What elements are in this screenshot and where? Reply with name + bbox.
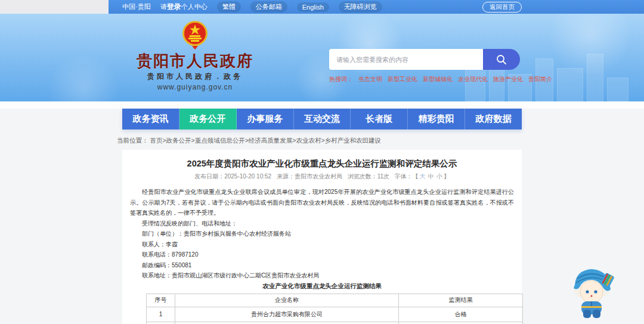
search-button[interactable] xyxy=(483,49,520,70)
hot-word-tourism[interactable]: 旅游产业化 xyxy=(493,75,523,84)
topbar-link-accessibility[interactable]: 无障碍浏览 xyxy=(339,1,382,13)
banner-nav-gap xyxy=(0,101,644,109)
cell-company: 贵州友禾种业有限公司 xyxy=(175,322,399,324)
table-row: 1 贵州合力超市采购有限公司 合格 xyxy=(147,307,523,322)
nav-tab-data[interactable]: 政府数据 xyxy=(465,109,522,129)
nav-tab-senior[interactable]: 长者版 xyxy=(351,109,408,129)
font-size-medium[interactable]: 中 xyxy=(428,173,434,180)
paragraph-postcode: 邮政编码：550081 xyxy=(130,260,514,271)
header-serial: 序号 xyxy=(147,294,175,307)
national-emblem-icon xyxy=(179,18,211,51)
paragraph-address: 联系地址：贵阳市观山湖区市级行政中心二期C区贵阳市农业农村局 xyxy=(130,270,514,281)
nav-tab-disclosure[interactable]: 政务公开 xyxy=(179,109,237,129)
hot-word-ecology[interactable]: 生态文明 xyxy=(358,75,382,84)
site-logo[interactable]: 贵阳市人民政府 贵阳市人民政府．政务 www.guiyang.gov.cn xyxy=(132,18,258,91)
cell-result: 合格 xyxy=(399,322,523,324)
site-subtitle: 贵阳市人民政府．政务 xyxy=(132,72,258,82)
header-company: 企业名称 xyxy=(175,294,399,307)
site-title: 贵阳市人民政府 xyxy=(132,52,258,70)
topbar-link-english[interactable]: English xyxy=(297,2,329,12)
login-suffix: 个人中心 xyxy=(181,3,208,10)
header-banner: 贵阳市人民政府 贵阳市人民政府．政务 www.guiyang.gov.cn 热搜… xyxy=(0,14,644,101)
nav-tab-news[interactable]: 政务资讯 xyxy=(122,109,179,129)
search-input[interactable] xyxy=(329,49,483,70)
font-size-small[interactable]: 小 xyxy=(436,173,442,180)
mascot-assistant-icon[interactable] xyxy=(565,263,620,322)
font-size-bracket: 】 xyxy=(444,173,450,180)
article-card: 2025年度贵阳市农业产业化市级重点龙头企业运行监测和评定结果公示 发布日期：2… xyxy=(122,150,522,324)
topbar-link-login[interactable]: 请登录个人中心 xyxy=(160,2,208,12)
header-result: 监测结果 xyxy=(399,294,523,307)
breadcrumb: 当前位置： 首页>政务公开>重点领域信息公开>经济高质量发展>农业农村>乡村产业… xyxy=(117,137,381,145)
article-source: 来源：贵阳市农业农村局 xyxy=(277,173,342,180)
paragraph-contact-intro: 受理情况反映的部门、电话和地址： xyxy=(130,218,514,229)
topbar-left-strip xyxy=(0,0,109,14)
paragraph-announcement: 经贵阳市农业产业化市级重点龙头企业联席会议成员单位审定，现对2025年开展的农业… xyxy=(130,187,514,218)
back-home-button[interactable]: 返回首页 xyxy=(482,2,522,13)
login-bold: 登录 xyxy=(167,2,181,11)
table-header-row: 序号 企业名称 监测结果 xyxy=(147,294,523,307)
paragraph-contact-person: 联系人：李霞 xyxy=(130,239,514,250)
hot-search-row: 热搜词： 生态文明 新型工业化 新型城镇化 农业现代化 旅游产业化 贵阳简介 xyxy=(329,75,552,84)
search-bar xyxy=(329,49,520,70)
cell-serial: 2 xyxy=(147,322,175,324)
font-size-label: 字体：【 xyxy=(395,173,419,180)
hot-word-industry[interactable]: 新型工业化 xyxy=(388,75,417,84)
hot-word-urbanization[interactable]: 新型城镇化 xyxy=(423,75,453,84)
publish-date: 发布日期：2025-10-20 10:52 xyxy=(194,173,271,180)
nav-tab-highlights[interactable]: 精彩贵阳 xyxy=(408,109,465,129)
table-row: 2 贵州友禾种业有限公司 合格 xyxy=(147,322,523,324)
hot-search-label: 热搜词： xyxy=(329,75,353,84)
breadcrumb-path[interactable]: 首页>政务公开>重点领域信息公开>经济高质量发展>农业农村>乡村产业和农田建设 xyxy=(150,137,381,144)
cell-result: 合格 xyxy=(399,307,523,322)
main-nav: 政务资讯 政务公开 办事服务 互动交流 长者版 精彩贵阳 政府数据 xyxy=(122,109,522,129)
font-size-large[interactable]: 大 xyxy=(420,173,426,180)
topbar-link-region[interactable]: 中国·贵阳 xyxy=(122,2,151,11)
table-caption: 农业产业化市级重点龙头企业运行监测结果 xyxy=(130,282,514,291)
topbar-link-mail[interactable]: 公务邮箱 xyxy=(250,1,287,13)
hot-word-agriculture[interactable]: 农业现代化 xyxy=(458,75,488,84)
paragraph-phone: 联系电话：87987120 xyxy=(130,249,514,260)
topbar: 中国·贵阳 请登录个人中心 繁體 公务邮箱 English 无障碍浏览 返回首页 xyxy=(0,0,644,14)
login-prefix: 请 xyxy=(160,3,167,10)
paragraph-department: 部门（单位）：贵阳市乡村振兴服务中心农村经济服务站 xyxy=(130,229,514,239)
article-meta: 发布日期：2025-10-20 10:52 来源：贵阳市农业农村局 浏览次数：1… xyxy=(130,172,514,181)
hot-word-intro[interactable]: 贵阳简介 xyxy=(528,75,552,84)
topbar-links: 中国·贵阳 请登录个人中心 繁體 公务邮箱 English 无障碍浏览 返回首页 xyxy=(122,0,522,14)
cell-serial: 1 xyxy=(147,307,175,322)
site-url: www.guiyang.gov.cn xyxy=(132,83,258,91)
topbar-link-traditional[interactable]: 繁體 xyxy=(217,1,241,13)
search-icon xyxy=(496,54,507,66)
monitoring-results-table: 序号 企业名称 监测结果 1 贵州合力超市采购有限公司 合格 2 贵州友禾种业有… xyxy=(146,294,523,324)
article-title: 2025年度贵阳市农业产业化市级重点龙头企业运行监测和评定结果公示 xyxy=(130,158,514,169)
article-body: 经贵阳市农业产业化市级重点龙头企业联席会议成员单位审定，现对2025年开展的农业… xyxy=(130,187,514,281)
nav-tab-interaction[interactable]: 互动交流 xyxy=(294,109,351,129)
nav-tab-services[interactable]: 办事服务 xyxy=(237,109,294,129)
view-count: 浏览次数：11次 xyxy=(348,173,389,180)
cell-company: 贵州合力超市采购有限公司 xyxy=(175,307,399,322)
breadcrumb-label: 当前位置： xyxy=(117,137,148,144)
